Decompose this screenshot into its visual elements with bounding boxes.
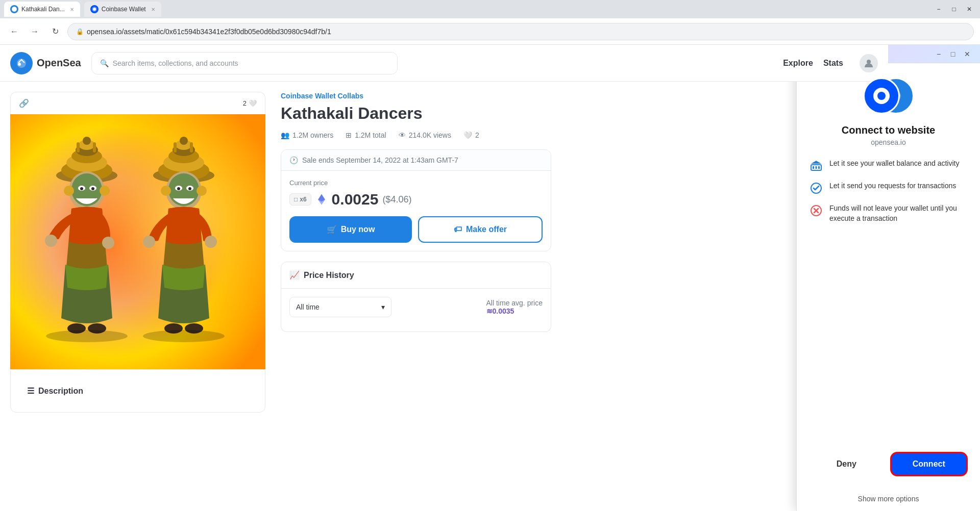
svg-rect-56 — [816, 166, 817, 169]
permission-item-3: Funds will not leave your wallet until y… — [809, 203, 968, 223]
close-button[interactable]: ✕ — [963, 4, 976, 15]
sale-info-box: 🕐 Sale ends September 14, 2022 at 1:43am… — [281, 149, 551, 251]
eth-icon — [315, 193, 328, 206]
collection-link[interactable]: Coinbase Wallet Collabs — [281, 92, 551, 100]
buy-now-label: Buy now — [341, 225, 375, 234]
maximize-button[interactable]: □ — [947, 4, 961, 15]
total-count: 1.2M total — [355, 131, 386, 139]
connect-domain: opensea.io — [871, 138, 906, 146]
nft-image-container: 🔗 2 🤍 — [10, 92, 265, 413]
browser-chrome: Kathakali Dan... ✕ Coinbase Wallet ✕ − □… — [0, 0, 980, 45]
svg-rect-55 — [813, 166, 814, 169]
coinbase-wallet-icon — [863, 78, 900, 114]
show-more-options[interactable]: Show more options — [797, 487, 980, 511]
search-icon: 🔍 — [100, 59, 109, 67]
address-bar[interactable]: 🔒 opensea.io/assets/matic/0x61c594b34341… — [67, 23, 974, 40]
tab-coinbase-close[interactable]: ✕ — [151, 7, 155, 12]
svg-point-43 — [161, 186, 171, 196]
nft-title: Kathakali Dancers — [281, 104, 551, 123]
x-circle-icon — [809, 203, 823, 218]
owners-icon: 👥 — [281, 131, 289, 139]
nft-image — [10, 114, 265, 369]
time-filter: All time ▾ All time avg. price ≋0.0035 — [289, 297, 543, 317]
svg-point-13 — [83, 137, 91, 145]
stats-link[interactable]: Stats — [823, 59, 843, 68]
stat-likes: 🤍 2 — [463, 131, 479, 139]
action-buttons: 🛒 Buy now 🏷 Make offer — [289, 216, 543, 243]
svg-point-34 — [180, 137, 188, 145]
opensea-page-body: 🔗 2 🤍 — [0, 82, 888, 511]
popup-actions: Deny Connect — [809, 452, 968, 476]
avg-price: All time avg. price ≋0.0035 — [486, 299, 543, 315]
price-display: □ x6 0.0025 ($4.06) — [289, 191, 543, 208]
minimize-button[interactable]: − — [932, 4, 945, 15]
price-history-section: 📈 Price History All time ▾ All time avg — [281, 262, 551, 332]
nft-details: Coinbase Wallet Collabs Kathakali Dancer… — [281, 92, 551, 413]
price-history-title: Price History — [304, 271, 354, 280]
price-eth: 0.0025 — [332, 191, 379, 208]
popup-close-button[interactable]: ✕ — [961, 48, 974, 60]
svg-point-45 — [143, 236, 155, 248]
icon-cluster — [863, 75, 914, 116]
svg-point-23 — [100, 186, 110, 196]
svg-point-2 — [93, 8, 96, 11]
popup-maximize-button[interactable]: □ — [946, 48, 960, 60]
stat-owners: 👥 1.2M owners — [281, 131, 333, 139]
svg-point-25 — [102, 237, 114, 249]
coinbase-wallet-popup: Coinbase Wallet − □ ✕ — [796, 45, 980, 511]
back-button[interactable]: ← — [6, 23, 22, 40]
nft-content: 🔗 2 🤍 — [0, 82, 561, 423]
deny-button[interactable]: Deny — [809, 452, 884, 476]
opensea-favicon — [10, 5, 18, 13]
buy-now-button[interactable]: 🛒 Buy now — [289, 216, 412, 243]
refresh-button[interactable]: ↻ — [47, 23, 63, 40]
svg-point-50 — [143, 330, 225, 342]
eye-icon: 👁 — [399, 131, 406, 139]
popup-window-controls: − □ ✕ — [932, 48, 974, 60]
url-text: opensea.io/assets/matic/0x61c594b34341e2… — [87, 28, 331, 36]
tab-opensea[interactable]: Kathakali Dan... ✕ — [4, 2, 80, 17]
svg-rect-15 — [93, 142, 96, 152]
bank-icon — [809, 159, 823, 173]
svg-point-22 — [64, 186, 74, 196]
sale-ends-text: Sale ends September 14, 2022 at 1:43am G… — [302, 156, 458, 164]
tab-coinbase[interactable]: Coinbase Wallet ✕ — [84, 2, 161, 17]
coinbase-favicon — [90, 5, 99, 13]
grid-icon: ⊞ — [346, 131, 352, 139]
opensea-logo-icon — [10, 52, 33, 74]
svg-point-20 — [80, 187, 83, 190]
avg-price-label: All time avg. price — [486, 299, 543, 307]
lock-icon: 🔒 — [76, 28, 84, 35]
likes-badge: 2 🤍 — [243, 99, 257, 107]
svg-point-4 — [867, 60, 871, 64]
forward-button[interactable]: → — [27, 23, 43, 40]
opensea-search-bar[interactable]: 🔍 Search items, collections, and account… — [91, 52, 398, 74]
make-offer-button[interactable]: 🏷 Make offer — [418, 216, 543, 243]
price-history-header: 📈 Price History — [281, 262, 551, 289]
popup-minimize-button[interactable]: − — [932, 48, 945, 60]
time-select-dropdown[interactable]: All time ▾ — [289, 297, 391, 317]
tab-coinbase-label: Coinbase Wallet — [102, 6, 146, 13]
clock-icon: 🕐 — [289, 156, 298, 164]
permission-text-3: Funds will not leave your wallet until y… — [829, 203, 968, 223]
nft-description-card: ☰ Description — [10, 369, 265, 413]
explore-link[interactable]: Explore — [783, 59, 813, 68]
desc-header: ☰ Description — [19, 378, 257, 404]
description-label: Description — [38, 387, 83, 396]
bundle-badge: □ x6 — [289, 193, 311, 206]
coinbase-dot — [877, 92, 886, 100]
coinbase-inner-icon — [871, 86, 892, 106]
opensea-page: OpenSea 🔍 Search items, collections, and… — [0, 45, 888, 511]
svg-point-24 — [45, 235, 57, 247]
tab-opensea-close[interactable]: ✕ — [70, 7, 74, 12]
heart-icon: 🤍 — [249, 99, 257, 107]
connect-button[interactable]: Connect — [890, 452, 968, 476]
opensea-logo[interactable]: OpenSea — [10, 52, 81, 74]
bundle-icon: □ — [294, 196, 298, 203]
browser-nav: ← → ↻ 🔒 opensea.io/assets/matic/0x61c594… — [0, 18, 980, 45]
svg-rect-35 — [174, 142, 177, 152]
svg-point-42 — [188, 187, 191, 190]
account-icon[interactable] — [860, 54, 878, 72]
permission-item-1: Let it see your wallet balance and activ… — [809, 159, 968, 173]
nft-stats: 👥 1.2M owners ⊞ 1.2M total 👁 214.0K view… — [281, 131, 551, 139]
